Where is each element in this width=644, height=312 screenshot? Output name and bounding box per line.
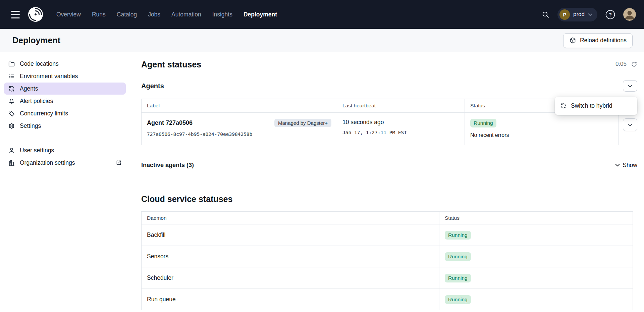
refresh-countdown-value: 0:05	[615, 61, 627, 67]
package-reload-icon	[569, 37, 576, 44]
reload-definitions-button[interactable]: Reload definitions	[563, 33, 633, 48]
hamburger-menu-button[interactable]	[8, 7, 23, 22]
agent-row-menu-button[interactable]	[623, 118, 637, 131]
status-badge: Running	[470, 119, 496, 127]
agents-subtitle: Agents	[141, 82, 164, 90]
refresh-icon[interactable]	[631, 61, 637, 67]
sidebar-item-organization-settings[interactable]: Organization settings	[4, 157, 126, 169]
external-link-icon	[116, 160, 122, 166]
sidebar-item-environment-variables[interactable]: Environment variables	[4, 70, 126, 82]
nav-right-cluster: P prod ?	[540, 8, 636, 21]
user-avatar[interactable]	[623, 8, 636, 21]
cloud-table-header-row: Daemon Status	[142, 212, 633, 224]
agents-menu-button[interactable]	[623, 80, 637, 92]
nav-item-runs[interactable]: Runs	[92, 11, 106, 18]
status-badge: Running	[445, 295, 471, 304]
daemon-row-scheduler: Scheduler Running	[142, 267, 633, 289]
daemon-name: Sensors	[147, 253, 168, 260]
sidebar-item-user-settings[interactable]: User settings	[4, 144, 126, 156]
status-badge: Running	[445, 252, 471, 261]
agent-id: 727a0506-8c97-4b95-a024-70ee3984258b	[147, 132, 331, 137]
content: Code locations Environment variables Age…	[0, 52, 644, 312]
daemon-name: Run queue	[147, 296, 176, 303]
tag-icon	[8, 110, 15, 117]
daemon-name: Backfill	[147, 231, 165, 238]
cloud-services-table: Daemon Status Backfill Running Sensors R…	[141, 211, 633, 310]
show-label: Show	[623, 162, 637, 169]
building-icon	[8, 159, 15, 166]
sidebar-item-label: Organization settings	[20, 159, 75, 166]
status-detail: No recent errors	[470, 132, 613, 138]
agent-statuses-header: Agent statuses 0:05	[141, 60, 637, 70]
deployment-avatar: P	[559, 9, 570, 20]
chevron-down-icon	[628, 123, 632, 126]
column-header-daemon: Daemon	[142, 212, 439, 224]
agents-subheader: Agents Switch to hybrid	[141, 80, 637, 92]
svg-text:?: ?	[609, 11, 612, 17]
managed-badge: Managed by Dagster+	[274, 119, 331, 127]
chevron-down-icon	[588, 13, 592, 16]
nav-item-overview[interactable]: Overview	[56, 11, 81, 18]
refresh-countdown: 0:05	[615, 61, 637, 67]
agent-statuses-title: Agent statuses	[141, 60, 201, 69]
nav-item-catalog[interactable]: Catalog	[117, 11, 137, 18]
sidebar-item-label: Code locations	[20, 60, 59, 67]
search-icon[interactable]	[540, 9, 551, 20]
inactive-agents-label: Inactive agents (3)	[141, 162, 194, 169]
chevron-down-icon	[615, 164, 620, 167]
bell-icon	[8, 98, 15, 105]
sidebar-item-concurrency-limits[interactable]: Concurrency limits	[4, 107, 126, 119]
agent-name: Agent 727a0506	[147, 119, 193, 126]
sidebar-item-label: Settings	[20, 122, 41, 129]
nav-item-insights[interactable]: Insights	[212, 11, 232, 18]
deployment-switcher-label: prod	[573, 11, 585, 18]
daemon-name: Scheduler	[147, 274, 173, 281]
deployment-sidebar: Code locations Environment variables Age…	[0, 52, 130, 312]
reload-definitions-label: Reload definitions	[580, 37, 627, 44]
sync-icon	[8, 85, 15, 92]
nav-item-deployment[interactable]: Deployment	[244, 11, 277, 18]
top-nav: Overview Runs Catalog Jobs Automation In…	[0, 0, 644, 29]
agent-label-cell: Agent 727a0506 Managed by Dagster+ 727a0…	[142, 113, 337, 145]
status-badge: Running	[445, 274, 471, 282]
heartbeat-timestamp: Jan 17, 1:27:11 PM EST	[342, 130, 459, 135]
user-icon	[8, 147, 15, 154]
list-icon	[8, 73, 15, 80]
agent-status-cell: Running No recent errors	[465, 113, 619, 145]
sync-icon	[560, 103, 567, 109]
sidebar-item-alert-policies[interactable]: Alert policies	[4, 95, 126, 107]
cloud-service-statuses-title: Cloud service statuses	[141, 194, 637, 204]
nav-item-jobs[interactable]: Jobs	[148, 11, 160, 18]
daemon-row-run-queue: Run queue Running	[142, 289, 633, 310]
nav-item-automation[interactable]: Automation	[171, 11, 201, 18]
gear-icon	[8, 122, 15, 129]
dagster-logo-icon[interactable]	[27, 6, 44, 23]
chevron-down-icon	[628, 85, 632, 88]
deployment-switcher-button[interactable]: P prod	[557, 8, 597, 21]
main-panel: Agent statuses 0:05 Agents S	[130, 52, 644, 312]
menu-item-switch-to-hybrid[interactable]: Switch to hybrid	[555, 98, 637, 113]
column-header-label: Label	[142, 99, 337, 113]
column-header-last-heartbeat: Last heartbeat	[337, 99, 465, 113]
sidebar-divider	[0, 138, 130, 138]
sidebar-item-settings[interactable]: Settings	[4, 120, 126, 132]
help-icon[interactable]: ?	[604, 8, 617, 21]
agent-row: Agent 727a0506 Managed by Dagster+ 727a0…	[142, 113, 619, 145]
heartbeat-relative: 10 seconds ago	[342, 119, 459, 126]
sidebar-item-label: User settings	[20, 147, 54, 154]
inactive-agents-show-button[interactable]: Show	[615, 162, 637, 169]
sidebar-item-code-locations[interactable]: Code locations	[4, 58, 126, 70]
sidebar-item-agents[interactable]: Agents	[4, 83, 126, 95]
page-title: Deployment	[12, 36, 60, 45]
agents-dropdown-menu: Switch to hybrid	[555, 97, 637, 115]
sidebar-item-label: Concurrency limits	[20, 110, 68, 117]
sidebar-item-label: Environment variables	[20, 73, 78, 80]
agents-table-header-row: Label Last heartbeat Status	[142, 99, 619, 113]
inactive-agents-row: Inactive agents (3) Show	[141, 161, 637, 169]
daemon-row-sensors: Sensors Running	[142, 246, 633, 267]
folder-icon	[8, 60, 15, 67]
agent-heartbeat-cell: 10 seconds ago Jan 17, 1:27:11 PM EST	[337, 113, 465, 145]
daemon-row-backfill: Backfill Running	[142, 224, 633, 246]
page-header: Deployment Reload definitions	[0, 29, 644, 52]
agents-table: Label Last heartbeat Status Agent 727a05…	[141, 99, 619, 145]
